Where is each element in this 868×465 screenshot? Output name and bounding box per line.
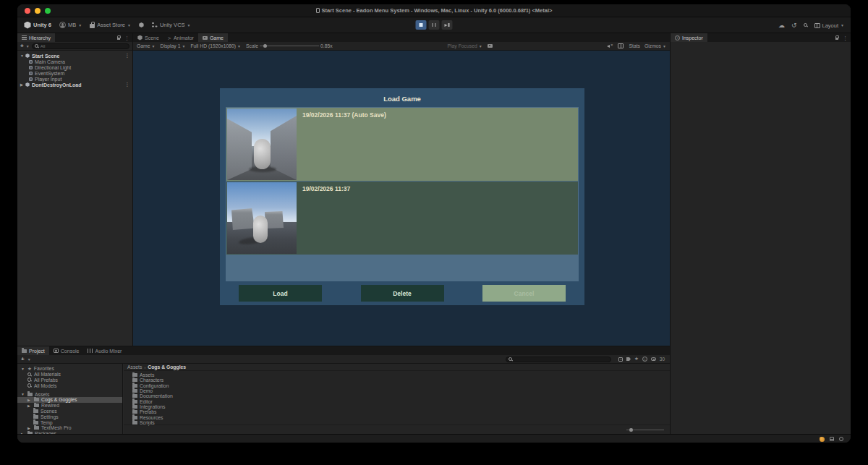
unity-logo-icon [24, 22, 31, 29]
layout-dropdown[interactable]: Layout ▼ [814, 22, 844, 29]
hierarchy-row-scene[interactable]: ▼ Start Scene ⋮ [17, 53, 132, 59]
kebab-menu-icon[interactable]: ⋮ [843, 35, 848, 40]
tab-scene[interactable]: Scene [133, 33, 163, 42]
foldout-closed-icon[interactable]: ▶ [27, 398, 32, 402]
screenshot-capture-icon[interactable] [488, 44, 493, 48]
undo-history-icon[interactable]: ↺ [791, 22, 797, 29]
favorite-item[interactable]: All Materials [17, 372, 122, 377]
console-log-icon[interactable] [830, 437, 834, 441]
save-slot-row[interactable]: 19/02/2026 11:37 [226, 182, 578, 255]
breadcrumb-current[interactable]: Cogs & Goggles [148, 364, 186, 370]
favorites-row[interactable]: ▼ ★ Favorites [17, 366, 122, 372]
step-button[interactable] [442, 20, 453, 30]
content-folder-row[interactable]: Demo [124, 388, 670, 393]
scale-slider-knob[interactable] [263, 44, 267, 48]
play-focused-dropdown[interactable]: Play Focused ▼ [448, 43, 482, 48]
display-dropdown[interactable]: Display 1 ▼ [160, 43, 185, 48]
info-icon[interactable] [642, 357, 647, 362]
content-folder-row[interactable]: Characters [124, 377, 670, 383]
favorite-item[interactable]: All Prefabs [17, 377, 122, 383]
content-folder-row[interactable]: Resources [124, 414, 670, 419]
zoom-window-button[interactable] [45, 8, 51, 14]
minimize-window-button[interactable] [35, 8, 41, 14]
content-folder-row[interactable]: Editor [124, 398, 670, 404]
slider-knob[interactable] [629, 428, 633, 432]
cloud-icon[interactable]: ☁ [778, 22, 785, 29]
hierarchy-row[interactable]: Main Camera [17, 59, 132, 64]
hierarchy-row[interactable]: EventSystem [17, 70, 132, 76]
delete-button[interactable]: Delete [361, 285, 444, 302]
tab-project[interactable]: Project [17, 346, 49, 355]
tab-animator[interactable]: ≻ Animator [163, 33, 198, 42]
close-window-button[interactable] [25, 8, 30, 14]
pause-button[interactable] [429, 20, 440, 30]
mute-audio-icon[interactable] [607, 44, 613, 48]
tab-hierarchy[interactable]: Hierarchy [17, 33, 55, 42]
game-mode-dropdown[interactable]: Game ▼ [137, 43, 155, 48]
tab-game[interactable]: Game [198, 33, 228, 42]
foldout-closed-icon[interactable]: ▶ [27, 426, 32, 430]
gizmos-dropdown[interactable]: Gizmos [644, 43, 661, 48]
project-search-input[interactable] [506, 357, 611, 362]
content-folder-row[interactable]: Configuration [124, 383, 670, 388]
lock-icon[interactable] [835, 35, 839, 40]
content-folder-row[interactable]: Prefabs [124, 409, 670, 414]
animator-tab-label: Animator [174, 35, 194, 40]
breadcrumb-root[interactable]: Assets [127, 364, 142, 370]
resolution-dropdown[interactable]: Full HD (1920x1080) ▼ [190, 43, 241, 48]
folder-tree-row[interactable]: Temp [17, 419, 122, 425]
thumbnail-size-slider[interactable] [626, 430, 664, 430]
assets-root-row[interactable]: ▼ Assets [17, 391, 122, 397]
kebab-menu-icon[interactable]: ⋮ [124, 35, 129, 40]
hierarchy-row-dontdestroy[interactable]: ▶ DontDestroyOnLoad ⋮ [17, 82, 132, 88]
hierarchy-search-input[interactable]: All [32, 43, 129, 49]
foldout-open-icon[interactable]: ▼ [20, 54, 25, 58]
scale-slider[interactable] [260, 46, 319, 46]
asset-store-dropdown[interactable]: Asset Store ▼ [90, 22, 131, 28]
content-folder-row[interactable]: Integrations [124, 404, 670, 409]
gameobject-icon [29, 72, 33, 75]
favorite-item[interactable]: All Models [17, 383, 122, 388]
layout-label: Layout [822, 22, 839, 29]
search-icon[interactable] [804, 23, 808, 27]
save-slot-row[interactable]: 19/02/2026 11:37 (Auto Save) [226, 108, 578, 181]
lock-icon[interactable] [116, 35, 121, 40]
folder-icon [22, 349, 27, 353]
load-button[interactable]: Load [239, 285, 322, 302]
folder-icon [132, 389, 137, 393]
vsync-grid-icon[interactable] [618, 43, 624, 48]
content-folder-row[interactable]: Assets [124, 372, 670, 377]
search-by-type-icon[interactable] [618, 357, 623, 362]
package-manager-button[interactable] [139, 22, 144, 27]
content-folder-row[interactable]: Documentation [124, 393, 670, 398]
play-stop-button[interactable] [416, 20, 427, 30]
search-by-label-icon[interactable] [626, 357, 631, 361]
background-progress-icon[interactable] [839, 437, 843, 441]
create-asset-button[interactable]: + [21, 357, 25, 362]
tab-console[interactable]: Console [49, 346, 84, 355]
foldout-closed-icon[interactable]: ▶ [27, 404, 32, 408]
foldout-closed-icon[interactable]: ▶ [20, 82, 25, 87]
cancel-button[interactable]: Cancel [482, 285, 566, 302]
foldout-open-icon[interactable]: ▼ [21, 392, 25, 396]
stats-toggle[interactable]: Stats [629, 43, 640, 48]
activity-alert-icon[interactable] [820, 437, 825, 442]
tab-inspector[interactable]: Inspector [671, 33, 707, 42]
unity-vcs-dropdown[interactable]: Unity VCS ▼ [152, 22, 191, 28]
kebab-menu-icon[interactable]: ⋮ [125, 53, 130, 59]
create-object-button[interactable]: + [20, 43, 24, 49]
gameobject-icon [29, 77, 33, 81]
hidden-packages-eye-icon[interactable] [651, 357, 656, 361]
tab-audio-mixer[interactable]: Audio Mixer [83, 346, 126, 355]
save-timestamp: 19/02/2026 11:37 [297, 182, 350, 255]
kebab-menu-icon[interactable]: ⋮ [125, 82, 130, 88]
foldout-open-icon[interactable]: ▼ [21, 367, 25, 371]
folder-icon [132, 384, 137, 388]
save-search-icon[interactable]: ★ [634, 357, 639, 362]
folder-tree-row-selected[interactable]: ▶ Cogs & Goggles [17, 397, 122, 403]
breadcrumb: Assets › Cogs & Goggles [124, 364, 670, 371]
folder-tree-row[interactable]: ▶ TextMesh Pro [17, 425, 122, 431]
account-dropdown[interactable]: MB ▼ [59, 22, 82, 28]
hierarchy-row[interactable]: Directional Light [17, 64, 132, 70]
hierarchy-row[interactable]: Player Input [17, 76, 132, 82]
